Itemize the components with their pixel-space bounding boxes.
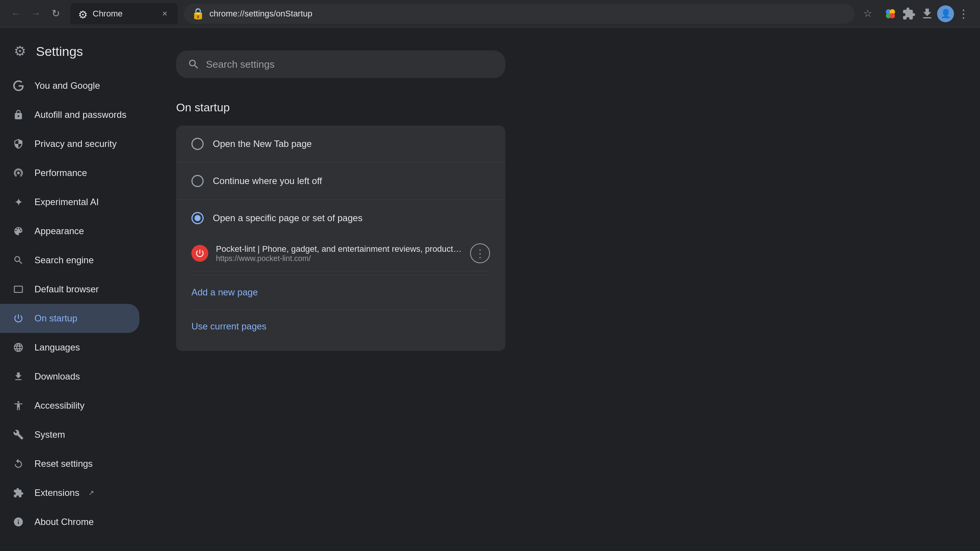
- sidebar-item-label: System: [34, 429, 65, 440]
- sidebar-item-label: Languages: [34, 342, 80, 353]
- sidebar-item-label: Performance: [34, 168, 87, 178]
- sidebar-item-extensions[interactable]: Extensions ↗: [0, 478, 139, 507]
- specific-page-label: Open a specific page or set of pages: [213, 213, 363, 223]
- default-browser-icon: [11, 282, 25, 296]
- sidebar-item-label: Search engine: [34, 255, 94, 266]
- sidebar-item-accessibility[interactable]: Accessibility: [0, 391, 139, 420]
- toolbar-icons: 👤 ⋮: [882, 5, 972, 22]
- sidebar-item-on-startup[interactable]: On startup: [0, 304, 139, 333]
- sidebar-item-you-and-google[interactable]: You and Google: [0, 71, 139, 100]
- open-new-tab-label: Open the New Tab page: [213, 139, 312, 149]
- tab-close-button[interactable]: ✕: [159, 8, 170, 19]
- extensions-button[interactable]: [900, 5, 917, 22]
- accessibility-icon: [11, 399, 25, 412]
- search-bar[interactable]: [176, 51, 505, 78]
- privacy-icon: [11, 137, 25, 151]
- continue-radio[interactable]: [191, 175, 204, 187]
- reload-button[interactable]: ↻: [47, 5, 64, 22]
- specific-page-radio[interactable]: [191, 212, 204, 224]
- sidebar-item-label: Privacy and security: [34, 139, 117, 149]
- forward-button[interactable]: →: [28, 5, 44, 22]
- sidebar-item-label: Experimental AI: [34, 197, 99, 207]
- sidebar-item-label: Extensions: [34, 487, 79, 498]
- continue-option[interactable]: Continue where you left off: [176, 163, 505, 200]
- open-new-tab-option[interactable]: Open the New Tab page: [176, 126, 505, 163]
- startup-page-entry: Pocket-lint | Phone, gadget, and enterta…: [191, 236, 490, 271]
- sidebar-item-label: Autofill and passwords: [34, 109, 126, 120]
- use-current-pages-button[interactable]: Use current pages: [191, 313, 266, 339]
- sidebar-item-search-engine[interactable]: Search engine: [0, 246, 139, 275]
- main-content: On startup Open the New Tab page Continu…: [145, 28, 980, 551]
- section-title: On startup: [176, 101, 949, 114]
- sidebar-item-reset-settings[interactable]: Reset settings: [0, 449, 139, 478]
- extensions-sidebar-icon: [11, 486, 25, 500]
- on-startup-icon: [11, 311, 25, 325]
- sidebar-item-autofill[interactable]: Autofill and passwords: [0, 100, 139, 129]
- sidebar-item-label: Reset settings: [34, 458, 93, 469]
- specific-page-option[interactable]: Open a specific page or set of pages: [176, 200, 505, 228]
- sidebar-item-appearance[interactable]: Appearance: [0, 217, 139, 246]
- back-button[interactable]: ←: [8, 5, 24, 22]
- address-lock-icon: 🔒: [191, 7, 205, 20]
- page-body: ⚙ Settings You and Google Autofill and p…: [0, 28, 980, 551]
- languages-icon: [11, 341, 25, 354]
- search-icon: [188, 58, 200, 70]
- sidebar-item-label: About Chrome: [34, 517, 94, 527]
- settings-title: Settings: [36, 44, 83, 59]
- sidebar-item-experimental-ai[interactable]: ✦ Experimental AI: [0, 187, 139, 217]
- sidebar: ⚙ Settings You and Google Autofill and p…: [0, 28, 145, 551]
- sidebar-item-label: Default browser: [34, 284, 99, 295]
- continue-label: Continue where you left off: [213, 176, 322, 186]
- sidebar-item-about-chrome[interactable]: About Chrome: [0, 507, 139, 536]
- sidebar-item-label: On startup: [34, 313, 77, 324]
- you-and-google-icon: [11, 79, 25, 93]
- google-colors-button[interactable]: [882, 5, 899, 22]
- sidebar-item-label: Downloads: [34, 371, 80, 382]
- address-bar-area: 🔒 chrome://settings/onStartup ☆: [184, 4, 876, 24]
- address-text: chrome://settings/onStartup: [209, 9, 312, 19]
- divider-2: [191, 309, 490, 310]
- appearance-icon: [11, 224, 25, 238]
- profile-avatar[interactable]: 👤: [937, 5, 954, 22]
- active-tab[interactable]: ⚙ Chrome ✕: [70, 3, 178, 24]
- about-chrome-icon: [11, 515, 25, 529]
- settings-gear-icon: ⚙: [11, 43, 28, 60]
- sidebar-header: ⚙ Settings: [0, 39, 145, 71]
- system-icon: [11, 428, 25, 442]
- sidebar-item-system[interactable]: System: [0, 420, 139, 449]
- page-more-button[interactable]: ⋮: [470, 243, 490, 263]
- open-new-tab-radio[interactable]: [191, 138, 204, 150]
- startup-pages-section: Pocket-lint | Phone, gadget, and enterta…: [176, 228, 505, 351]
- sidebar-item-label: You and Google: [34, 80, 100, 91]
- external-link-icon: ↗: [88, 489, 94, 497]
- performance-icon: [11, 166, 25, 180]
- sidebar-item-downloads[interactable]: Downloads: [0, 362, 139, 391]
- divider: [191, 275, 490, 276]
- bookmark-button[interactable]: ☆: [859, 5, 876, 22]
- autofill-icon: [11, 108, 25, 122]
- sidebar-item-privacy[interactable]: Privacy and security: [0, 129, 139, 158]
- nav-buttons: ← → ↻: [8, 5, 64, 22]
- tab-title: Chrome: [93, 9, 155, 19]
- chrome-menu-button[interactable]: ⋮: [956, 5, 972, 22]
- sidebar-item-default-browser[interactable]: Default browser: [0, 275, 139, 304]
- downloads-toolbar-button[interactable]: [919, 5, 936, 22]
- search-engine-icon: [11, 253, 25, 267]
- browser-chrome: ← → ↻ ⚙ Chrome ✕ 🔒 chrome://settings/onS…: [0, 0, 980, 28]
- tab-bar: ⚙ Chrome ✕: [70, 3, 178, 24]
- on-startup-section: On startup Open the New Tab page Continu…: [176, 101, 949, 351]
- startup-card: Open the New Tab page Continue where you…: [176, 126, 505, 351]
- address-bar[interactable]: 🔒 chrome://settings/onStartup: [184, 4, 854, 24]
- sidebar-item-languages[interactable]: Languages: [0, 333, 139, 362]
- sidebar-item-performance[interactable]: Performance: [0, 158, 139, 187]
- page-info: Pocket-lint | Phone, gadget, and enterta…: [216, 244, 462, 263]
- sidebar-item-label: Accessibility: [34, 400, 85, 411]
- page-name: Pocket-lint | Phone, gadget, and enterta…: [216, 244, 462, 254]
- svg-point-3: [890, 13, 895, 18]
- search-input[interactable]: [206, 59, 494, 70]
- sidebar-item-label: Appearance: [34, 226, 84, 236]
- tab-favicon: ⚙: [78, 8, 89, 19]
- page-url: https://www.pocket-lint.com/: [216, 254, 462, 263]
- downloads-icon: [11, 370, 25, 383]
- add-new-page-button[interactable]: Add a new page: [191, 279, 258, 305]
